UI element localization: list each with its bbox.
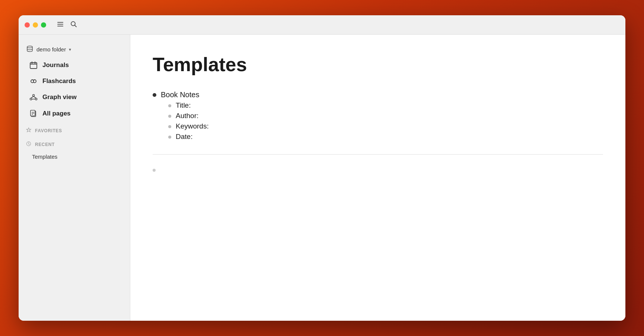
empty-bullet-item xyxy=(153,166,603,172)
calendar-icon xyxy=(29,61,38,69)
recent-section-header: RECENT xyxy=(19,136,130,150)
main-content: Templates Book Notes Title: xyxy=(130,35,625,321)
list-item: Title: xyxy=(168,101,209,110)
sub-list: Title: Author: Keywords: xyxy=(168,101,209,141)
search-icon[interactable] xyxy=(70,20,77,29)
list-item: Date: xyxy=(168,133,209,141)
journals-label: Journals xyxy=(42,61,69,69)
favorites-section-header: FAVORITES xyxy=(19,122,130,136)
title-item-label: Title: xyxy=(176,101,191,110)
app-body: demo folder ▾ Journals xyxy=(19,35,625,321)
divider xyxy=(153,154,603,155)
svg-rect-0 xyxy=(57,22,63,23)
favorites-label: FAVORITES xyxy=(35,128,62,133)
close-button[interactable] xyxy=(25,22,30,28)
svg-line-4 xyxy=(75,25,77,27)
bullet-dot xyxy=(153,93,156,97)
svg-point-11 xyxy=(30,98,32,100)
date-item-label: Date: xyxy=(176,133,192,141)
sub-bullet-dot xyxy=(168,125,171,128)
book-notes-label: Book Notes xyxy=(161,91,209,99)
sidebar: demo folder ▾ Journals xyxy=(19,35,130,321)
svg-point-12 xyxy=(35,98,37,100)
content-area: Book Notes Title: Author: xyxy=(153,91,603,172)
sidebar-item-graph-view[interactable]: Graph view xyxy=(22,89,127,105)
list-item: Author: xyxy=(168,112,209,120)
recent-label: RECENT xyxy=(35,142,55,147)
minimize-button[interactable] xyxy=(33,22,38,28)
titlebar-icons xyxy=(57,20,77,29)
recent-item-templates[interactable]: Templates xyxy=(22,150,127,163)
sidebar-item-all-pages[interactable]: All pages xyxy=(22,106,127,121)
svg-point-10 xyxy=(33,95,35,96)
database-icon xyxy=(26,45,34,54)
graph-view-label: Graph view xyxy=(42,93,77,101)
page-title: Templates xyxy=(153,53,603,76)
sidebar-item-flashcards[interactable]: Flashcards xyxy=(22,74,127,89)
clock-icon xyxy=(26,141,31,148)
all-pages-label: All pages xyxy=(42,110,71,117)
svg-rect-1 xyxy=(57,24,63,25)
svg-line-14 xyxy=(34,96,36,98)
author-item-label: Author: xyxy=(176,112,198,120)
folder-chevron-icon: ▾ xyxy=(69,47,71,52)
keywords-item-label: Keywords: xyxy=(176,122,209,130)
app-window: demo folder ▾ Journals xyxy=(19,15,625,321)
star-icon xyxy=(26,127,31,134)
sub-bullet-dot xyxy=(168,104,171,107)
svg-rect-6 xyxy=(30,63,37,69)
empty-bullet-dot xyxy=(153,169,156,172)
svg-line-23 xyxy=(29,144,30,145)
folder-selector[interactable]: demo folder ▾ xyxy=(19,42,130,57)
sub-bullet-dot xyxy=(168,115,171,118)
book-notes-item: Book Notes Title: Author: xyxy=(153,91,603,143)
sub-bullet-dot xyxy=(168,136,171,139)
infinity-icon xyxy=(29,78,38,85)
list-item: Keywords: xyxy=(168,122,209,130)
flashcards-label: Flashcards xyxy=(42,77,76,85)
svg-line-13 xyxy=(31,96,34,98)
titlebar xyxy=(19,15,625,35)
hamburger-menu-icon[interactable] xyxy=(57,20,64,29)
traffic-lights xyxy=(25,22,46,28)
folder-label: demo folder xyxy=(36,46,66,53)
svg-point-5 xyxy=(27,46,32,48)
recent-item-label: Templates xyxy=(32,153,57,160)
pages-icon xyxy=(29,110,38,118)
svg-rect-2 xyxy=(57,26,63,26)
graph-icon xyxy=(29,93,38,101)
maximize-button[interactable] xyxy=(41,22,46,28)
sidebar-item-journals[interactable]: Journals xyxy=(22,57,127,73)
